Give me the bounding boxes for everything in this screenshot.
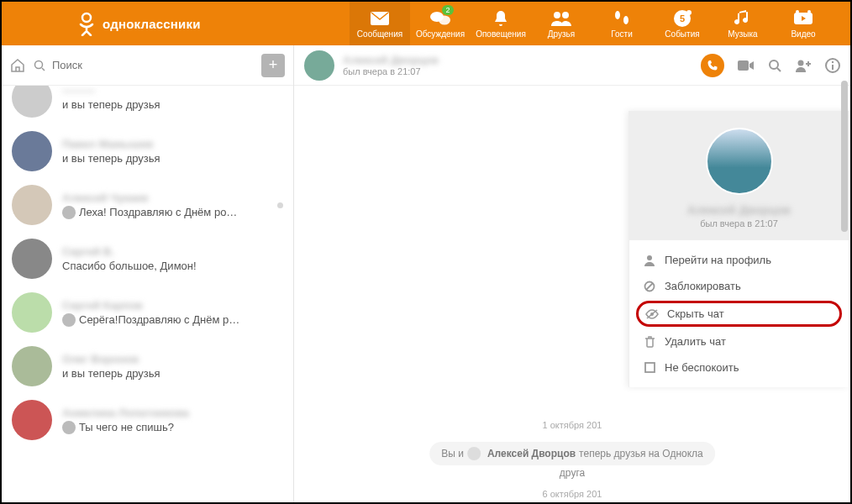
menu-dnd[interactable]: Не беспокоить xyxy=(629,354,849,381)
scrollbar[interactable] xyxy=(840,47,849,501)
list-item[interactable]: Сергей В. Спасибо большое, Димон! xyxy=(2,232,293,286)
avatar xyxy=(12,400,52,440)
bell-icon xyxy=(492,9,509,28)
list-item[interactable]: Павел Мамышев и вы теперь друзья xyxy=(2,124,293,178)
conv-msg: и вы теперь друзья xyxy=(62,152,283,165)
menu-hide-chat[interactable]: Скрыть чат xyxy=(636,301,842,327)
chat-contact-name[interactable]: Алексей Дворцов xyxy=(343,54,692,66)
menu-profile[interactable]: Перейти на профиль xyxy=(629,247,849,273)
trash-icon xyxy=(643,336,656,348)
person-icon xyxy=(643,255,656,266)
avatar xyxy=(12,131,52,171)
panel-menu: Перейти на профиль Заблокировать Скрыть … xyxy=(629,240,849,387)
list-item[interactable]: Алексей Чукаев Леха! Поздравляю с Днём р… xyxy=(2,178,293,232)
home-icon[interactable] xyxy=(10,58,25,73)
nav-discussions[interactable]: 2 Обсуждения xyxy=(410,2,471,45)
phone-icon xyxy=(707,60,718,71)
menu-delete-chat[interactable]: Удалить чат xyxy=(629,328,849,354)
list-item[interactable]: Анжелика Лопатникова Ты чего не спишь? xyxy=(2,393,293,447)
add-user-icon xyxy=(795,59,812,72)
chat-status: был вчера в 21:07 xyxy=(343,66,692,76)
conv-msg: Леха! Поздравляю с Днём ро… xyxy=(62,206,267,219)
svg-point-12 xyxy=(796,10,799,13)
svg-point-0 xyxy=(82,13,91,22)
conv-msg: Серёга!Поздравляю с Днём р… xyxy=(62,313,283,327)
conv-name: Алексей Чукаев xyxy=(62,192,267,204)
menu-label: Не беспокоить xyxy=(665,361,739,374)
nav-notifications[interactable]: Оповещения xyxy=(471,2,531,45)
svg-point-6 xyxy=(615,11,620,19)
conv-msg: Спасибо большое, Димон! xyxy=(62,260,283,272)
search-row: + xyxy=(2,45,293,86)
search-box[interactable] xyxy=(34,59,253,71)
add-button[interactable]: + xyxy=(261,54,285,77)
msg-avatar-icon xyxy=(467,447,481,460)
plus-icon: + xyxy=(269,56,278,74)
menu-block[interactable]: Заблокировать xyxy=(629,273,849,299)
avatar xyxy=(12,346,52,386)
top-header: одноклассники Сообщения 2 Обсуждения Опо… xyxy=(2,2,850,45)
scrollbar-thumb[interactable] xyxy=(841,81,848,232)
nav-video[interactable]: Видео xyxy=(773,2,834,45)
system-message-line2: друга xyxy=(560,467,585,479)
menu-label: Удалить чат xyxy=(665,335,726,348)
nav-label: Обсуждения xyxy=(416,29,465,39)
avatar xyxy=(12,239,52,279)
search-input[interactable] xyxy=(52,59,253,71)
msg-avatar-icon xyxy=(62,206,76,219)
logo[interactable]: одноклассники xyxy=(77,11,201,36)
svg-point-5 xyxy=(562,12,569,18)
nav-friends[interactable]: Друзья xyxy=(531,2,592,45)
avatar[interactable] xyxy=(304,50,334,81)
svg-point-17 xyxy=(798,60,804,66)
svg-point-16 xyxy=(770,60,778,69)
menu-label: Скрыть чат xyxy=(667,307,724,320)
svg-text:5: 5 xyxy=(680,13,685,24)
friends-icon xyxy=(550,9,572,28)
menu-label: Перейти на профиль xyxy=(665,254,771,266)
badge: 2 xyxy=(442,5,454,15)
info-icon xyxy=(825,58,840,73)
conv-name: Сергей В. xyxy=(62,245,283,258)
call-button[interactable] xyxy=(701,54,724,77)
search-icon xyxy=(34,60,45,71)
info-button[interactable] xyxy=(825,58,840,73)
video-call-button[interactable] xyxy=(738,60,755,71)
nav-music[interactable]: Музыка xyxy=(713,2,773,45)
video-icon xyxy=(793,9,813,28)
avatar[interactable] xyxy=(706,128,773,195)
nav-label: Друзья xyxy=(548,29,575,39)
svg-point-10 xyxy=(686,10,692,15)
sidebar: + ——— и вы теперь друзья Павел Мамышев и… xyxy=(2,45,294,502)
camera-icon xyxy=(738,60,755,71)
nav-label: Гости xyxy=(611,29,632,39)
conv-msg: и вы теперь друзья xyxy=(62,98,283,111)
square-icon xyxy=(643,362,656,373)
system-message: Вы и Алексей Дворцов теперь друзья на Од… xyxy=(429,442,715,465)
msg-avatar-icon xyxy=(62,421,76,434)
conv-name: Анжелика Лопатникова xyxy=(62,407,283,419)
svg-point-4 xyxy=(554,12,560,18)
nav-events[interactable]: 5 События xyxy=(652,2,713,45)
events-icon: 5 xyxy=(673,9,692,28)
search-chat-button[interactable] xyxy=(768,59,781,72)
avatar xyxy=(12,292,52,333)
block-icon xyxy=(643,281,656,292)
nav-guests[interactable]: Гости xyxy=(592,2,652,45)
nav-label: Сообщения xyxy=(357,29,402,39)
svg-point-14 xyxy=(35,60,43,68)
svg-point-21 xyxy=(647,255,652,260)
conv-name: Олег Воронов xyxy=(62,353,283,365)
list-item[interactable]: ——— и вы теперь друзья xyxy=(2,86,293,124)
add-user-button[interactable] xyxy=(795,59,812,72)
list-item[interactable]: Олег Воронов и вы теперь друзья xyxy=(2,339,293,393)
conversation-list[interactable]: ——— и вы теперь друзья Павел Мамышев и в… xyxy=(2,86,293,502)
svg-rect-24 xyxy=(645,363,655,372)
menu-label: Заблокировать xyxy=(665,280,741,292)
list-item[interactable]: Сергей Карпов Серёга!Поздравляю с Днём р… xyxy=(2,286,293,339)
music-icon xyxy=(734,9,751,28)
nav-messages[interactable]: Сообщения xyxy=(350,2,410,45)
date-separator: 1 октября 201 xyxy=(543,420,602,430)
brand-text: одноклассники xyxy=(103,17,201,31)
footsteps-icon xyxy=(613,9,631,28)
